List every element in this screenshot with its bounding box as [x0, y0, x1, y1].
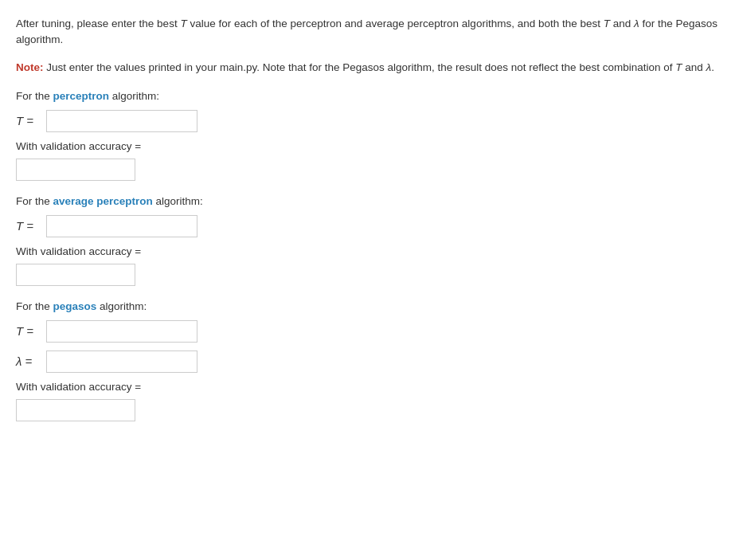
note-text: Just enter the values printed in your ma… — [46, 61, 714, 73]
pegasos-section: For the pegasos algorithm: T = λ = With … — [16, 300, 719, 421]
pegasos-lambda-row: λ = — [16, 350, 719, 373]
pegasos-label: For the pegasos algorithm: — [16, 300, 719, 312]
pegasos-validation-input[interactable] — [16, 399, 135, 421]
pegasos-t-input[interactable] — [46, 320, 197, 343]
note-label: Note: — [16, 61, 44, 73]
perceptron-label: For the perceptron algorithm: — [16, 90, 719, 102]
perceptron-validation-label: With validation accuracy = — [16, 140, 719, 152]
intro-text: After tuning, please enter the best T va… — [16, 16, 719, 49]
avg-perceptron-validation-label: With validation accuracy = — [16, 245, 719, 257]
avg-perceptron-section: For the average perceptron algorithm: T … — [16, 195, 719, 286]
pegasos-name: pegasos — [53, 300, 97, 312]
pegasos-lambda-label: λ = — [16, 354, 40, 368]
avg-perceptron-validation-input[interactable] — [16, 264, 135, 286]
perceptron-t-row: T = — [16, 110, 719, 132]
perceptron-validation-input[interactable] — [16, 159, 135, 181]
perceptron-section: For the perceptron algorithm: T = With v… — [16, 90, 719, 181]
avg-perceptron-t-label: T = — [16, 219, 40, 233]
perceptron-name: perceptron — [53, 90, 110, 102]
perceptron-t-label: T = — [16, 114, 40, 127]
pegasos-validation-label: With validation accuracy = — [16, 381, 719, 393]
perceptron-t-input[interactable] — [46, 110, 197, 132]
pegasos-t-row: T = — [16, 320, 719, 343]
pegasos-lambda-input[interactable] — [46, 350, 197, 373]
note-section: Note: Just enter the values printed in y… — [16, 60, 719, 76]
pegasos-t-label: T = — [16, 324, 40, 338]
avg-perceptron-label: For the average perceptron algorithm: — [16, 195, 719, 207]
avg-perceptron-t-row: T = — [16, 215, 719, 237]
avg-perceptron-t-input[interactable] — [46, 215, 197, 237]
avg-perceptron-name: average perceptron — [53, 195, 153, 207]
